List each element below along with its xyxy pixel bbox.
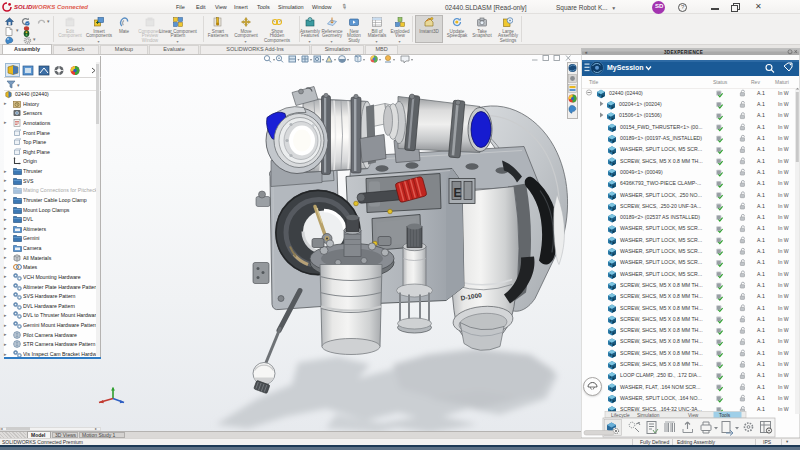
svg-text:A.1: A.1 bbox=[757, 146, 765, 152]
svg-text:SCREW, SHCS, M5 X 0.8 MM TH...: SCREW, SHCS, M5 X 0.8 MM TH... bbox=[620, 361, 703, 367]
svg-text:▾: ▾ bbox=[379, 57, 381, 62]
svg-text:6436K793_TWO-PIECE CLAMP-...: 6436K793_TWO-PIECE CLAMP-... bbox=[620, 180, 701, 186]
svg-text:In W: In W bbox=[778, 203, 789, 209]
svg-text:LOOP CLAMP, .250 ID., .172 DIA: LOOP CLAMP, .250 ID., .172 DIA... bbox=[620, 372, 701, 378]
svg-text:A.1: A.1 bbox=[757, 361, 765, 367]
svg-text:Rev: Rev bbox=[751, 79, 760, 85]
svg-text:▾: ▾ bbox=[411, 57, 413, 62]
svg-text:▾: ▾ bbox=[322, 57, 324, 62]
svg-text:A.1: A.1 bbox=[757, 203, 765, 209]
svg-text:WASHER, SPLIT LOCK, M5 SCR...: WASHER, SPLIT LOCK, M5 SCR... bbox=[620, 237, 702, 243]
svg-text:01506<1> (01506): 01506<1> (01506) bbox=[619, 112, 662, 118]
svg-text:00189<1> (00197-AS_INSTALLED): 00189<1> (00197-AS_INSTALLED) bbox=[620, 135, 702, 141]
svg-text:A.1: A.1 bbox=[757, 395, 765, 401]
svg-text:A.1: A.1 bbox=[757, 214, 765, 220]
svg-text:SCREW, SHCS, M5 X 0.8 MM TH...: SCREW, SHCS, M5 X 0.8 MM TH... bbox=[620, 316, 703, 322]
svg-text:In W: In W bbox=[778, 282, 789, 288]
svg-text:Lifecycle: Lifecycle bbox=[611, 413, 630, 418]
svg-text:In W: In W bbox=[778, 271, 789, 277]
svg-text:In W: In W bbox=[778, 90, 789, 96]
svg-text:Status: Status bbox=[713, 79, 728, 85]
svg-text:A.1: A.1 bbox=[757, 90, 765, 96]
svg-text:In W: In W bbox=[778, 214, 789, 220]
svg-text:A.1: A.1 bbox=[757, 192, 765, 198]
svg-text:A.1: A.1 bbox=[757, 282, 765, 288]
svg-text:In W: In W bbox=[778, 180, 789, 186]
svg-text:SCREW, SHCS, M5 X 0.8 MM TH...: SCREW, SHCS, M5 X 0.8 MM TH... bbox=[620, 350, 703, 356]
svg-text:A.1: A.1 bbox=[757, 305, 765, 311]
svg-text:3DEXPERIENCE: 3DEXPERIENCE bbox=[664, 50, 703, 55]
svg-text:▾: ▾ bbox=[393, 57, 395, 62]
svg-text:View: View bbox=[688, 413, 699, 418]
svg-text:In W: In W bbox=[778, 372, 789, 378]
svg-text:A.1: A.1 bbox=[757, 135, 765, 141]
svg-text:A.1: A.1 bbox=[757, 372, 765, 378]
svg-text:In W: In W bbox=[778, 158, 789, 164]
svg-text:A.1: A.1 bbox=[757, 384, 765, 390]
svg-text:A.1: A.1 bbox=[757, 406, 765, 412]
svg-text:WASHER, SPLIT LOCK, M5 SCR...: WASHER, SPLIT LOCK, M5 SCR... bbox=[620, 146, 702, 152]
svg-text:A.1: A.1 bbox=[757, 248, 765, 254]
svg-text:00189<2> (02537 AS INSTALLED): 00189<2> (02537 AS INSTALLED) bbox=[620, 214, 700, 220]
svg-text:A.1: A.1 bbox=[757, 101, 765, 107]
svg-text:In W: In W bbox=[778, 293, 789, 299]
svg-text:A.1: A.1 bbox=[757, 338, 765, 344]
svg-text:SCREW, SHCS, M5 X 0.8 MM TH...: SCREW, SHCS, M5 X 0.8 MM TH... bbox=[620, 338, 703, 344]
svg-text:SCREW, SHCS, M5 X 0.8 MM TH...: SCREW, SHCS, M5 X 0.8 MM TH... bbox=[620, 293, 703, 299]
svg-text:In W: In W bbox=[778, 350, 789, 356]
svg-text:▾: ▾ bbox=[273, 57, 275, 62]
svg-text:In W: In W bbox=[778, 248, 789, 254]
svg-text:In W: In W bbox=[778, 406, 789, 412]
svg-text:02440 (02440): 02440 (02440) bbox=[609, 90, 643, 96]
svg-text:SCREW, SHCS, M5 X 0.8 MM TH...: SCREW, SHCS, M5 X 0.8 MM TH... bbox=[620, 282, 703, 288]
svg-text:MySession: MySession bbox=[607, 64, 644, 72]
svg-text:00204<1> (00204): 00204<1> (00204) bbox=[619, 101, 662, 107]
svg-text:▾: ▾ bbox=[17, 82, 20, 88]
svg-text:A.1: A.1 bbox=[757, 112, 765, 118]
svg-text:A.1: A.1 bbox=[757, 124, 765, 130]
svg-text:In W: In W bbox=[778, 361, 789, 367]
svg-text:In W: In W bbox=[778, 112, 789, 118]
svg-text:In W: In W bbox=[778, 259, 789, 265]
svg-text:E: E bbox=[454, 185, 462, 199]
svg-text:In W: In W bbox=[778, 225, 789, 231]
svg-text:WASHER, FLAT, .164 NOM SCR...: WASHER, FLAT, .164 NOM SCR... bbox=[620, 384, 700, 390]
svg-text:00154_FWD_THRUSTER<1> (00...: 00154_FWD_THRUSTER<1> (00... bbox=[620, 124, 702, 130]
svg-text:A.1: A.1 bbox=[757, 158, 765, 164]
svg-text:A.1: A.1 bbox=[757, 271, 765, 277]
svg-text:In W: In W bbox=[778, 237, 789, 243]
svg-text:▾: ▾ bbox=[298, 57, 300, 62]
svg-text:Maturi: Maturi bbox=[775, 79, 789, 85]
svg-text:In W: In W bbox=[778, 124, 789, 130]
svg-text:▾: ▾ bbox=[334, 57, 336, 62]
svg-text:Tools: Tools bbox=[719, 413, 731, 418]
svg-text:SCREW, SHCS, M5 X 0.8 MM TH...: SCREW, SHCS, M5 X 0.8 MM TH... bbox=[620, 158, 703, 164]
svg-text:In W: In W bbox=[778, 305, 789, 311]
svg-text:WASHER, SPLIT LOCK, .250 NO...: WASHER, SPLIT LOCK, .250 NO... bbox=[620, 192, 702, 198]
svg-text:In W: In W bbox=[778, 101, 789, 107]
svg-text:Simulation: Simulation bbox=[637, 413, 660, 418]
svg-text:A.1: A.1 bbox=[757, 259, 765, 265]
svg-text:00049<1> (00049): 00049<1> (00049) bbox=[620, 169, 663, 175]
svg-text:A.1: A.1 bbox=[757, 293, 765, 299]
svg-text:A.1: A.1 bbox=[757, 180, 765, 186]
svg-text:In W: In W bbox=[778, 384, 789, 390]
svg-text:In W: In W bbox=[778, 395, 789, 401]
svg-text:A.1: A.1 bbox=[757, 225, 765, 231]
svg-text:In W: In W bbox=[778, 135, 789, 141]
svg-text:In W: In W bbox=[778, 327, 789, 333]
svg-text:A.1: A.1 bbox=[757, 169, 765, 175]
svg-text:WASHER, SPLIT LOCK, M5 SCR...: WASHER, SPLIT LOCK, M5 SCR... bbox=[620, 225, 702, 231]
svg-text:A.1: A.1 bbox=[757, 316, 765, 322]
svg-text:WASHER, SPLIT LOCK, M5 SCR...: WASHER, SPLIT LOCK, M5 SCR... bbox=[620, 271, 702, 277]
svg-text:A.1: A.1 bbox=[757, 350, 765, 356]
svg-text:A.1: A.1 bbox=[757, 327, 765, 333]
svg-text:WASHER, SPLIT LOCK, M5 SCR...: WASHER, SPLIT LOCK, M5 SCR... bbox=[620, 248, 702, 254]
svg-text:WASHER, SPLIT LOCK, .164 NO...: WASHER, SPLIT LOCK, .164 NO... bbox=[620, 395, 702, 401]
svg-text:A.1: A.1 bbox=[757, 237, 765, 243]
svg-text:In W: In W bbox=[778, 192, 789, 198]
svg-text:SCREW, SHCS, M5 X 0.8 MM TH...: SCREW, SHCS, M5 X 0.8 MM TH... bbox=[620, 305, 703, 311]
svg-text:▾: ▾ bbox=[363, 57, 365, 62]
svg-text:SCREW, SHCS, M5 X 0.8 MM TH...: SCREW, SHCS, M5 X 0.8 MM TH... bbox=[620, 327, 703, 333]
svg-text:▾: ▾ bbox=[347, 57, 349, 62]
